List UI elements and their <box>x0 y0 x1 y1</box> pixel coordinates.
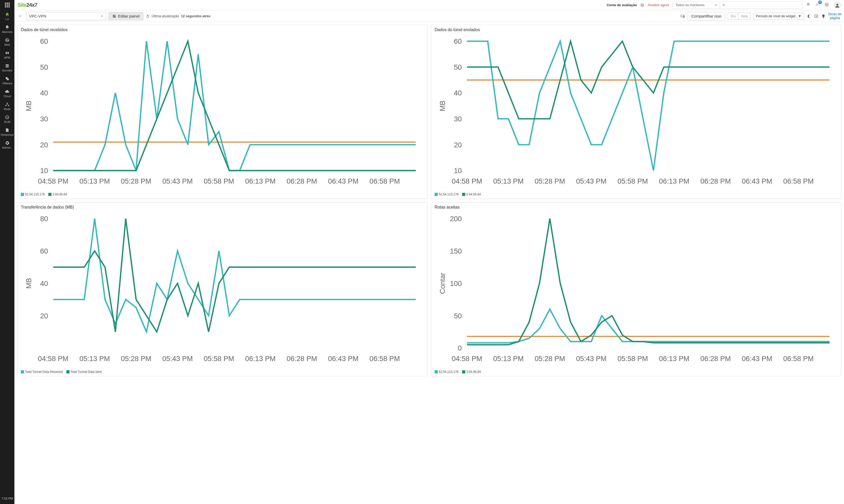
sidebar-item-vmware[interactable]: VMware <box>0 74 14 87</box>
announcements-icon[interactable]: 8 <box>815 2 820 8</box>
sidebar-item-alarmes[interactable]: Alarmes <box>0 23 14 35</box>
svg-text:05:28 PM: 05:28 PM <box>121 355 151 363</box>
svg-text:04:58 PM: 04:58 PM <box>38 355 68 363</box>
refresh-icon[interactable] <box>146 14 150 18</box>
sidebar-item-lar[interactable]: Lar <box>0 10 14 23</box>
home-icon-btn[interactable] <box>814 14 819 19</box>
svg-text:05:43 PM: 05:43 PM <box>576 177 606 185</box>
device-icon[interactable] <box>680 14 685 19</box>
legend-item[interactable]: Total Tunnel Data Received <box>21 370 63 374</box>
chart-legend: 52.54.115.1763.94.56.84 <box>431 192 841 199</box>
data-mode-toggle: Cru Hora <box>728 13 750 20</box>
svg-text:100: 100 <box>450 280 462 287</box>
topbar: Site24x7 Conta de avaliação i Atualize a… <box>14 0 844 10</box>
seg-hour[interactable]: Hora <box>739 13 750 20</box>
sidebar-item-cloud[interactable]: Cloud <box>0 87 14 100</box>
legend-item[interactable]: 3.94.56.84 <box>462 370 481 374</box>
monitor-filter-select[interactable]: Todos os monitores ▼ <box>673 2 720 9</box>
legend-item[interactable]: 3.94.56.84 <box>462 193 481 196</box>
legend-item[interactable]: 52.54.115.176 <box>435 370 459 374</box>
brand-logo[interactable]: Site24x7 <box>17 2 37 8</box>
user-avatar[interactable] <box>834 2 841 9</box>
legend-item[interactable]: 3.94.56.84 <box>48 193 67 196</box>
svg-text:05:58 PM: 05:58 PM <box>204 355 234 363</box>
svg-text:40: 40 <box>40 89 48 97</box>
svg-text:60: 60 <box>40 37 48 45</box>
svg-text:30: 30 <box>454 115 462 123</box>
sidebar-item-rum[interactable]: RUM <box>0 113 14 125</box>
share-button[interactable]: Compartilhar isso <box>688 12 725 20</box>
svg-text:04:58 PM: 04:58 PM <box>452 355 482 363</box>
page-tips-link[interactable]: Dicas de página <box>828 12 841 20</box>
svg-text:06:28 PM: 06:28 PM <box>700 177 731 185</box>
svg-text:05:13 PM: 05:13 PM <box>493 355 524 363</box>
dashboard-select[interactable]: VPC-VPN ▼ <box>26 12 106 20</box>
search-icon <box>722 3 726 7</box>
chevron-down-icon: ▼ <box>101 15 103 17</box>
svg-text:MB: MB <box>25 101 33 111</box>
svg-text:05:28 PM: 05:28 PM <box>121 177 151 185</box>
chart-legend: 52.54.115.1763.94.56.84 <box>431 369 841 376</box>
svg-text:04:58 PM: 04:58 PM <box>452 177 482 185</box>
chevron-down-icon: ▼ <box>798 14 802 18</box>
legend-item[interactable]: 52.54.115.176 <box>435 193 459 196</box>
svg-text:MB: MB <box>438 101 446 111</box>
sidebar-item-label: APM <box>4 56 10 59</box>
svg-text:60: 60 <box>40 247 48 255</box>
upgrade-link[interactable]: Atualize agora <box>648 3 669 7</box>
legend-item[interactable]: 52.54.115.176 <box>21 193 45 196</box>
binoculars-icon <box>5 51 10 55</box>
eval-label: Conta de avaliação <box>606 3 637 7</box>
sidebar-item-admin[interactable]: Admini.. <box>0 138 14 151</box>
sidebar-item-relatorios[interactable]: Relatórios <box>0 125 14 138</box>
layout-icon <box>112 14 116 18</box>
search-input[interactable] <box>720 2 802 9</box>
sidebar-item-web[interactable]: Web <box>0 35 14 48</box>
legend-label: 3.94.56.84 <box>466 370 481 374</box>
sidebar-item-servidor[interactable]: Servidor <box>0 61 14 74</box>
svg-text:40: 40 <box>454 89 462 97</box>
sidebar-item-rede[interactable]: Rede <box>0 100 14 113</box>
edit-dashboard-button[interactable]: Editar painel <box>109 12 143 20</box>
period-select[interactable]: Período de nível de widget ▼ <box>753 13 804 20</box>
chart-tunnel_sent: 102030405060MB04:58 PM05:13 PM05:28 PM05… <box>435 35 836 190</box>
legend-label: 52.54.115.176 <box>439 370 459 374</box>
help-icon[interactable] <box>824 2 829 8</box>
svg-text:06:13 PM: 06:13 PM <box>245 355 276 363</box>
back-button[interactable]: ← <box>17 13 24 19</box>
svg-text:06:43 PM: 06:43 PM <box>742 177 772 185</box>
chart-routes: 050100150200Contar04:58 PM05:13 PM05:28 … <box>435 212 836 367</box>
dashboard-toolbar: ← VPC-VPN ▼ Editar painel Última atualiz… <box>14 10 844 22</box>
vmware-icon <box>5 76 10 81</box>
sidebar-item-label: Cloud <box>4 95 11 98</box>
svg-text:06:28 PM: 06:28 PM <box>700 355 731 363</box>
svg-text:30: 30 <box>40 115 48 123</box>
charts-grid: Dados de túnel recebidos102030405060MB04… <box>17 25 841 376</box>
legend-label: 3.94.56.84 <box>466 193 481 196</box>
chart-card-tunnel_sent: Dados do túnel enviados102030405060MB04:… <box>431 25 841 199</box>
svg-text:05:13 PM: 05:13 PM <box>80 355 110 363</box>
legend-item[interactable]: Total Tunnel Data Sent <box>66 370 102 374</box>
seg-raw[interactable]: Cru <box>728 13 738 20</box>
monitor-filter-label: Todos os monitores <box>675 3 705 7</box>
legend-label: 52.54.115.176 <box>439 193 459 196</box>
lightbulb-icon[interactable] <box>821 14 826 19</box>
svg-text:10: 10 <box>454 167 462 175</box>
notif-badge: 8 <box>818 1 822 4</box>
info-icon[interactable]: i <box>640 3 644 7</box>
svg-text:04:58 PM: 04:58 PM <box>38 177 68 185</box>
svg-text:06:58 PM: 06:58 PM <box>783 355 814 363</box>
globe-net-icon <box>5 115 10 120</box>
sidebar-item-apm[interactable]: APM <box>0 48 14 61</box>
chart-card-routes: Rotas aceitas050100150200Contar04:58 PM0… <box>431 202 841 376</box>
server-icon <box>5 64 10 68</box>
bell-icon <box>5 25 10 30</box>
sidebar-item-label: RUM <box>4 120 10 123</box>
svg-text:05:28 PM: 05:28 PM <box>535 355 565 363</box>
svg-text:50: 50 <box>454 312 462 320</box>
alerts-icon[interactable] <box>806 2 811 8</box>
chart-title: Dados do túnel enviados <box>431 25 841 34</box>
svg-text:05:13 PM: 05:13 PM <box>493 177 524 185</box>
apps-grid-icon[interactable] <box>0 0 14 10</box>
dark-mode-icon[interactable] <box>807 14 811 19</box>
